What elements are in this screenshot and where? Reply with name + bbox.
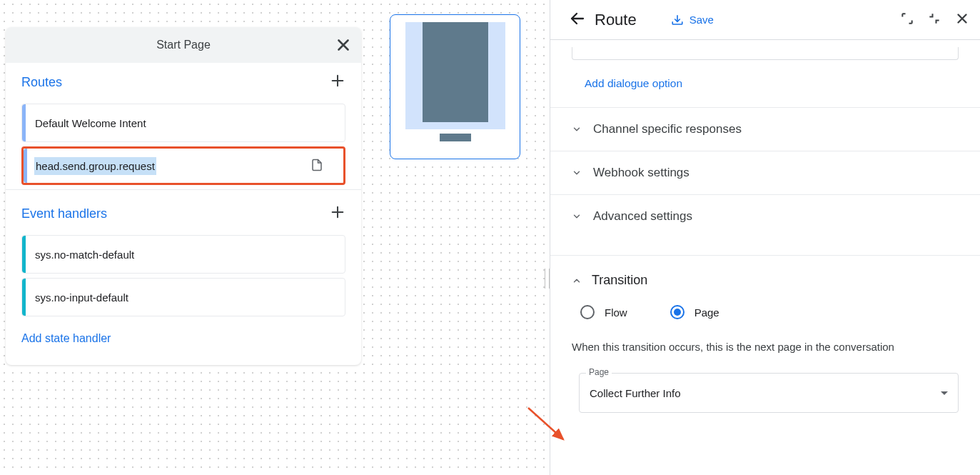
route-title: Route [595,11,637,29]
resize-handle[interactable] [545,269,550,289]
event-handlers-label: Event handlers [21,206,107,221]
transition-header[interactable]: Transition [572,273,959,288]
expander-label: Advanced settings [593,209,692,224]
expand-icon[interactable] [900,11,914,28]
node-footer [440,134,471,141]
handler-label: sys.no-input-default [35,291,128,304]
radio-label: Flow [605,306,627,319]
chevron-down-icon [572,168,582,178]
handler-label: sys.no-match-default [35,249,134,261]
expander-label: Webhook settings [593,166,689,180]
radio-icon-checked [670,305,685,319]
expander-webhook-settings[interactable]: Webhook settings [550,151,980,194]
file-icon [310,159,323,174]
route-panel-header: Route Save [550,0,980,40]
page-select-value: Collect Further Info [590,387,681,399]
route-accent [22,104,26,141]
flow-canvas[interactable]: Start Page Routes Default Welcome Intent… [0,0,550,475]
event-handler-item[interactable]: sys.no-input-default [21,278,345,316]
route-panel: Route Save Add dialogue option Channel s… [550,0,980,475]
save-label: Save [689,14,714,26]
page-select-label: Page [586,367,612,377]
add-route-button[interactable] [330,73,345,92]
start-page-panel: Start Page Routes Default Welcome Intent… [6,27,361,365]
node-inner [423,22,488,122]
event-handlers-header: Event handlers [6,194,361,231]
expander-channel-responses[interactable]: Channel specific responses [550,107,980,151]
routes-label: Routes [21,75,62,90]
panel-title: Start Page [156,39,211,51]
expander-label: Channel specific responses [593,122,742,136]
back-icon[interactable] [569,10,586,29]
event-handler-item[interactable]: sys.no-match-default [21,235,345,274]
route-item-selected[interactable]: head.send.group.request [21,146,345,185]
add-event-handler-button[interactable] [330,204,345,224]
page-select[interactable]: Page Collect Further Info [579,373,959,413]
divider [6,189,361,190]
save-button[interactable]: Save [671,14,714,26]
route-label: Default Welcome Intent [35,117,146,129]
transition-title: Transition [592,273,647,288]
chevron-down-icon [572,211,582,221]
dropdown-icon [941,391,948,395]
chevron-up-icon [572,276,582,286]
field-outline-partial [572,47,959,60]
route-accent [24,149,27,183]
page-select-box[interactable]: Collect Further Info [579,373,959,413]
radio-page[interactable]: Page [670,305,719,319]
transition-section: Transition Flow Page When this transitio… [550,255,980,430]
add-dialogue-option-link[interactable]: Add dialogue option [585,77,682,90]
node-body [405,22,505,129]
add-state-handler-link[interactable]: Add state handler [6,321,361,365]
radio-flow[interactable]: Flow [580,305,627,319]
panel-header: Start Page [6,27,361,63]
chevron-down-icon [572,124,582,134]
radio-label: Page [694,306,719,319]
route-body: Add dialogue option Channel specific res… [550,40,980,475]
close-icon[interactable] [334,36,353,54]
flow-node[interactable] [390,14,520,159]
radio-icon [580,305,595,319]
route-item[interactable]: Default Welcome Intent [21,104,345,142]
route-label: head.send.group.request [34,157,156,175]
handler-accent [22,279,26,316]
handler-accent [22,236,26,273]
collapse-icon[interactable] [927,11,941,28]
routes-header: Routes [6,63,361,99]
transition-radio-group: Flow Page [580,305,959,319]
transition-description: When this transition occurs, this is the… [572,341,959,353]
close-icon[interactable] [954,11,970,29]
expander-advanced-settings[interactable]: Advanced settings [550,194,980,238]
